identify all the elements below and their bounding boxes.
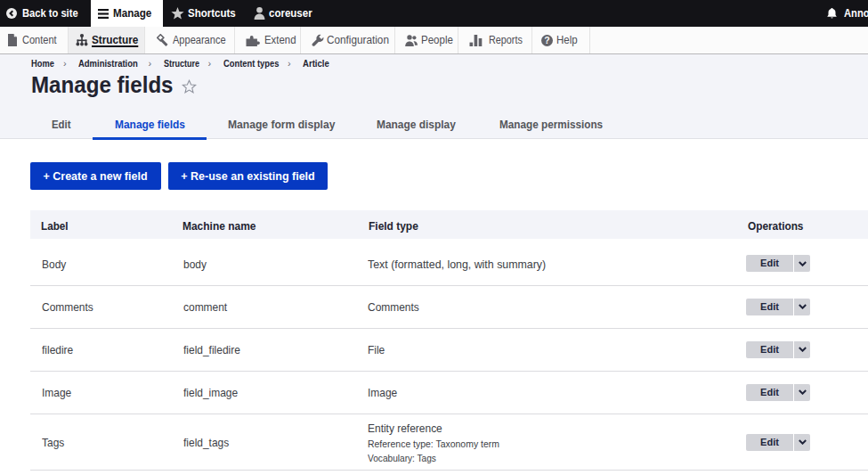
svg-text:?: ?	[544, 35, 549, 45]
